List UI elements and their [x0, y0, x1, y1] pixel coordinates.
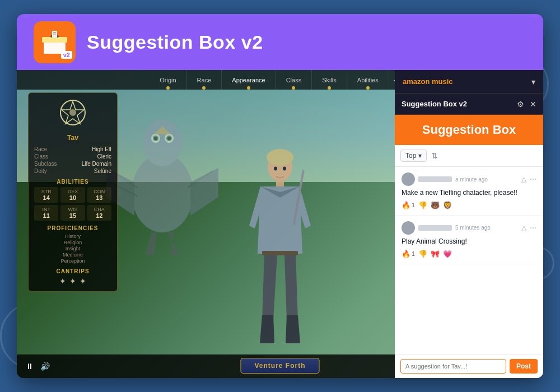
app-title: Suggestion Box v2 [87, 31, 263, 53]
suggestion-meta: 5 minutes ago △ ⋯ [402, 221, 536, 235]
bear-emoji: 🐻 [431, 201, 440, 209]
bow-emoji: 🎀 [431, 250, 440, 258]
settings-icon[interactable]: ⚙ [517, 100, 524, 109]
username-blurred [418, 225, 452, 231]
suggestion-time: a minute ago [455, 176, 488, 183]
main-window: v2 Suggestion Box v2 Origin Race Appeara… [17, 14, 543, 378]
chevron-down-icon[interactable]: ▾ [531, 77, 535, 86]
prof-item: History [34, 234, 111, 239]
suggestion-text: Make a new Tiefling chatacter, please!! [402, 188, 536, 198]
amazon-music-bar: amazon music ▾ [395, 70, 543, 94]
char-deity-row: Deity Selûne [34, 168, 111, 174]
svg-point-10 [267, 149, 293, 166]
cantrip-icons: ✦ ✦ ✦ [34, 277, 111, 286]
post-button[interactable]: Post [510, 359, 538, 374]
suggestion-time: 5 minutes ago [455, 225, 491, 231]
suggestion-text: Play Animal Crossing! [402, 237, 536, 246]
avatar [402, 172, 415, 186]
suggestion-item: 5 minutes ago △ ⋯ Play Animal Crossing! … [395, 216, 543, 264]
upvote-icon[interactable]: △ [521, 175, 526, 183]
reaction-fire[interactable]: 🔥 1 [402, 201, 415, 209]
prof-item: Medicine [34, 252, 111, 258]
suggestion-box-title: Suggestion Box [403, 123, 535, 137]
prof-item: Religion [34, 240, 111, 245]
reaction-count: 1 [412, 202, 415, 208]
nav-tab-skills[interactable]: Skills [312, 70, 347, 90]
more-icon[interactable]: ⋯ [530, 175, 536, 183]
svg-rect-1 [42, 37, 67, 43]
widget-header-icons: ⚙ ✕ [517, 100, 536, 109]
playback-controls: ⏸ 🔊 [26, 362, 50, 371]
nav-tab-origin[interactable]: Origin [150, 70, 186, 90]
abilities-grid: STR 14 DEX 10 CON 13 INT 11 WIS 15 [34, 187, 111, 221]
dropdown-arrow: ▾ [418, 152, 422, 160]
char-race-row: Race High Elf [34, 146, 111, 152]
svg-rect-11 [276, 178, 284, 186]
svg-rect-4 [53, 32, 56, 33]
widget-header: Suggestion Box v2 ⚙ ✕ [395, 94, 543, 115]
amazon-music-logo: amazon music [403, 77, 453, 86]
app-header: v2 Suggestion Box v2 [17, 14, 543, 70]
nav-tab-abilities[interactable]: Abilities [347, 70, 389, 90]
venture-forth-button[interactable]: Venture Forth [240, 358, 319, 374]
svg-point-8 [69, 109, 76, 116]
cantrips-title: Cantrips [34, 268, 111, 274]
ability-con: CON 13 [87, 187, 111, 203]
svg-point-24 [167, 137, 171, 140]
volume-icon[interactable]: 🔊 [40, 362, 50, 371]
username-blurred [418, 176, 452, 182]
nav-tab-appearance[interactable]: Appearance [222, 70, 276, 90]
reaction-thumbdown[interactable]: 👎 [418, 250, 427, 258]
proficiencies-title: Proficiencies [34, 225, 111, 231]
reaction-thumbdown[interactable]: 👎 [418, 201, 427, 209]
sort-dropdown[interactable]: Top ▾ [400, 150, 427, 162]
widget-title: Suggestion Box v2 [402, 100, 467, 108]
reaction-bar: 🔥 1 👎 🎀 💗 [402, 250, 536, 258]
nav-tab-class[interactable]: Class [276, 70, 312, 90]
reaction-bow[interactable]: 🎀 [431, 250, 440, 258]
pause-icon[interactable]: ⏸ [26, 362, 34, 371]
proficiencies-list: History Religion Insight Medicine Percep… [34, 234, 111, 264]
game-area: Origin Race Appearance Class Skills Abil… [17, 70, 543, 378]
avatar [402, 221, 415, 235]
svg-point-15 [283, 167, 286, 171]
input-area: Post [395, 354, 543, 378]
right-panel: amazon music ▾ Suggestion Box v2 ⚙ ✕ Sug… [395, 70, 543, 378]
character-figure [235, 142, 325, 354]
reaction-heart[interactable]: 💗 [443, 250, 452, 258]
thumb-down-emoji: 👎 [418, 250, 427, 258]
svg-point-14 [274, 167, 277, 171]
app-icon: v2 [34, 21, 76, 63]
reaction-lion[interactable]: 🦁 [443, 201, 452, 209]
creature-figure [106, 92, 218, 260]
svg-rect-5 [53, 34, 56, 35]
abilities-title: Abilities [34, 179, 111, 185]
character-panel: Tav Race High Elf Class Cleric Subclass … [28, 92, 118, 292]
character-emblem [34, 99, 111, 130]
suggestion-orange-header: Suggestion Box [395, 115, 543, 145]
ability-wis: WIS 15 [60, 205, 85, 221]
reaction-fire[interactable]: 🔥 1 [402, 250, 415, 258]
close-icon[interactable]: ✕ [530, 100, 536, 109]
fire-emoji: 🔥 [402, 201, 410, 209]
lion-emoji: 🦁 [443, 201, 452, 209]
svg-point-21 [154, 137, 157, 140]
char-class-row: Class Cleric [34, 153, 111, 160]
reaction-bear[interactable]: 🐻 [431, 201, 440, 209]
fire-emoji: 🔥 [402, 250, 410, 258]
suggestion-meta: a minute ago △ ⋯ [402, 172, 536, 186]
ability-int: INT 11 [34, 205, 58, 221]
nav-tab-race[interactable]: Race [187, 70, 222, 90]
suggestion-widget: Suggestion Box v2 ⚙ ✕ Suggestion Box Top… [395, 94, 543, 378]
cantrip-1: ✦ [59, 277, 66, 286]
prof-item: Perception [34, 258, 111, 264]
more-icon[interactable]: ⋯ [530, 224, 536, 232]
suggestions-list: a minute ago △ ⋯ Make a new Tiefling cha… [395, 167, 543, 354]
ability-str: STR 14 [34, 187, 58, 203]
suggestion-input[interactable] [400, 359, 506, 374]
sort-order-icon[interactable]: ⇅ [431, 151, 438, 160]
reaction-count: 1 [412, 250, 415, 257]
upvote-icon[interactable]: △ [521, 224, 526, 232]
user-info: a minute ago [402, 172, 488, 186]
thumb-down-emoji: 👎 [418, 201, 427, 209]
